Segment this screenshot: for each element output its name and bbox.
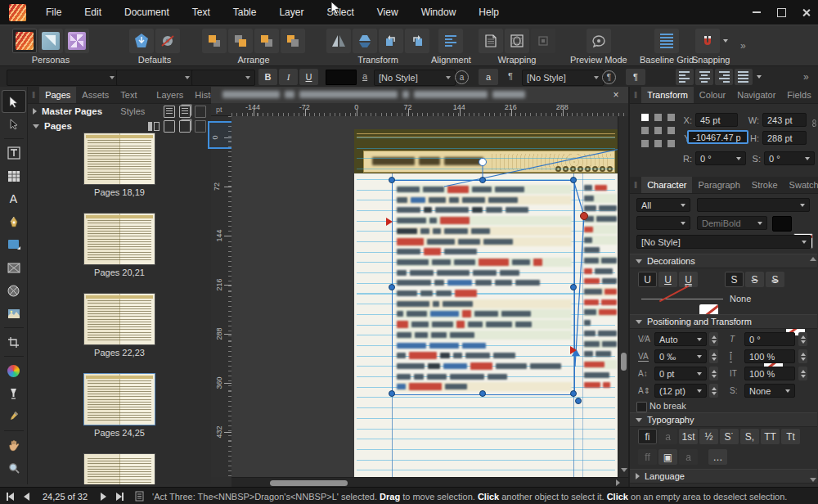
align-center-button[interactable] bbox=[695, 69, 713, 85]
scroll-right-arrow[interactable] bbox=[616, 479, 620, 486]
first-spread-button[interactable] bbox=[7, 493, 14, 501]
move-to-front-button[interactable] bbox=[202, 29, 227, 53]
h-field[interactable]: 288 pt bbox=[762, 131, 807, 145]
insert-spread-icon[interactable] bbox=[148, 121, 160, 132]
typography-s--button[interactable]: S˙ bbox=[720, 429, 739, 444]
w-field[interactable]: 243 pt bbox=[762, 113, 807, 127]
maximize-button[interactable] bbox=[769, 0, 793, 25]
ignore-wraps-button[interactable] bbox=[531, 29, 555, 53]
move-forward-button[interactable] bbox=[228, 29, 253, 53]
bold-button[interactable]: B bbox=[258, 69, 277, 85]
menu-select[interactable]: Select bbox=[315, 0, 365, 25]
anchor-cell[interactable] bbox=[667, 127, 675, 134]
text-tab-character[interactable]: Character bbox=[641, 177, 692, 193]
typography-extra-button[interactable]: ▣ bbox=[658, 449, 677, 465]
menu-edit[interactable]: Edit bbox=[73, 0, 113, 25]
toolbar-overflow[interactable]: » bbox=[740, 40, 745, 52]
scroll-down-arrow[interactable] bbox=[810, 478, 816, 482]
alignment-dropdown-arrow[interactable] bbox=[757, 75, 762, 79]
frame-handle[interactable] bbox=[570, 284, 577, 290]
frame-handle[interactable] bbox=[570, 177, 577, 183]
rotate-ccw-button[interactable] bbox=[379, 29, 403, 53]
shear-field[interactable]: 0 ° bbox=[744, 332, 795, 346]
strikethrough-single-button[interactable]: S bbox=[745, 272, 764, 287]
tool-rectangle[interactable] bbox=[2, 234, 25, 255]
link-dimensions-icon[interactable]: 8 bbox=[812, 118, 816, 129]
font-family-combo[interactable] bbox=[7, 70, 119, 86]
anchor-cell[interactable] bbox=[641, 114, 649, 121]
character-style-combo[interactable]: [No Style] bbox=[636, 235, 811, 249]
menu-view[interactable]: View bbox=[366, 0, 410, 25]
typography-more-button[interactable]: … bbox=[708, 449, 727, 465]
tracking-stepper[interactable] bbox=[709, 349, 718, 363]
ruler-units[interactable]: pt bbox=[211, 103, 231, 116]
pages-tab-text-styles[interactable]: Text Styles bbox=[115, 87, 151, 103]
add-page-icon[interactable] bbox=[164, 120, 175, 133]
frame-handle[interactable] bbox=[575, 398, 582, 404]
frame-handle[interactable] bbox=[389, 390, 395, 397]
synchronise-defaults-button[interactable] bbox=[129, 29, 154, 53]
page-thumbnail[interactable]: Pages 22,23 bbox=[28, 294, 211, 358]
edit-wrap-outline-button[interactable] bbox=[505, 29, 529, 53]
typography-tt-button[interactable]: Tt bbox=[781, 429, 800, 444]
x-field[interactable]: 45 pt bbox=[695, 113, 738, 127]
align-right-button[interactable] bbox=[715, 69, 733, 85]
typography-1st-button[interactable]: 1st bbox=[679, 429, 698, 444]
snapping-dropdown-arrow[interactable] bbox=[723, 39, 728, 43]
align-left-button[interactable] bbox=[676, 69, 694, 85]
y-field[interactable]: -10467.47 p bbox=[687, 130, 748, 144]
font-collection-combo[interactable]: All bbox=[636, 198, 690, 212]
baseline-combo[interactable]: 0 pt bbox=[654, 367, 707, 380]
tool-view-hand[interactable] bbox=[2, 434, 25, 456]
anchor-cell[interactable] bbox=[667, 140, 675, 147]
strikethrough-none-button[interactable]: S bbox=[725, 272, 744, 287]
justify-button[interactable] bbox=[735, 69, 753, 85]
document-canvas[interactable] bbox=[231, 116, 618, 477]
collapse-icon[interactable] bbox=[33, 124, 39, 128]
tool-picture-frame-rect[interactable] bbox=[2, 257, 25, 278]
move-to-back-button[interactable] bbox=[281, 29, 305, 53]
shear-stepper[interactable] bbox=[798, 332, 807, 346]
flip-horizontal-button[interactable] bbox=[326, 29, 351, 53]
rotation-combo[interactable]: 0 ° bbox=[695, 151, 746, 165]
leading-combo[interactable]: (12 pt) bbox=[654, 384, 707, 398]
menu-layer[interactable]: Layer bbox=[267, 0, 315, 25]
font-size-combo[interactable] bbox=[636, 216, 690, 230]
scroll-down-arrow[interactable] bbox=[621, 468, 627, 472]
font-size-combo[interactable] bbox=[191, 70, 255, 86]
duplicate-master-icon[interactable] bbox=[179, 106, 191, 118]
minimize-button[interactable] bbox=[744, 0, 769, 25]
underline-single-button[interactable]: U bbox=[658, 272, 677, 287]
font-weight-combo[interactable]: DemiBold bbox=[697, 216, 767, 230]
rotate-handle[interactable] bbox=[479, 158, 487, 166]
anchor-cell[interactable] bbox=[641, 127, 649, 134]
vertical-scroll-thumb[interactable] bbox=[621, 353, 627, 371]
scroll-up-arrow[interactable] bbox=[810, 257, 816, 261]
typography---button[interactable]: ½ bbox=[699, 429, 718, 444]
kerning-combo[interactable]: Auto bbox=[654, 332, 707, 346]
language-header[interactable]: Language bbox=[630, 469, 817, 484]
typography-header[interactable]: Typography bbox=[630, 412, 817, 427]
selected-text-frame[interactable] bbox=[392, 180, 575, 395]
pages-tab-assets[interactable]: Assets bbox=[76, 87, 115, 103]
typography-extra-button[interactable]: a bbox=[679, 449, 698, 465]
panel-scrollbar[interactable] bbox=[810, 250, 818, 487]
tool-style-picker[interactable] bbox=[2, 383, 25, 404]
delete-page-icon[interactable] bbox=[195, 120, 206, 133]
last-spread-button[interactable] bbox=[116, 493, 124, 501]
anchor-cell[interactable] bbox=[667, 114, 675, 121]
menu-table[interactable]: Table bbox=[222, 0, 268, 25]
next-spread-button[interactable] bbox=[101, 493, 106, 501]
vertical-scrollbar[interactable] bbox=[618, 116, 629, 477]
character-style-combo[interactable]: [No Style] bbox=[374, 70, 456, 86]
show-text-wrap-button[interactable] bbox=[479, 29, 503, 53]
designer-persona-button[interactable] bbox=[38, 29, 63, 53]
frame-handle[interactable] bbox=[389, 284, 395, 290]
v-scale-field[interactable]: 100 % bbox=[744, 367, 795, 380]
publisher-persona-button[interactable] bbox=[12, 29, 37, 53]
pages-tab-history[interactable]: History bbox=[189, 87, 211, 103]
v-scale-stepper[interactable] bbox=[798, 367, 807, 380]
anchor-cell[interactable] bbox=[641, 140, 649, 147]
studio-tab-navigator[interactable]: Navigator bbox=[731, 87, 781, 103]
tool-colour-picker[interactable] bbox=[2, 406, 25, 427]
